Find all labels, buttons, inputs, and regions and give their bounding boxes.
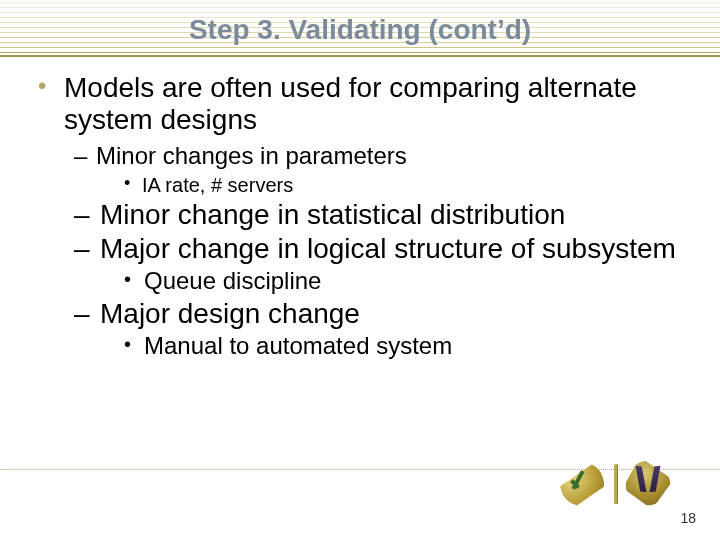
bullet-sub-b: Minor change in statistical distribution [74,199,684,231]
slide: Step 3. Validating (cont’d) Models are o… [0,0,720,540]
logo-v-icon [626,462,670,506]
slide-title: Step 3. Validating (cont’d) [0,14,720,46]
logo-group [560,460,670,508]
slide-body: Models are often used for comparing alte… [36,72,684,363]
bullet-main: Models are often used for comparing alte… [36,72,684,136]
bullet-sub-a-1: IA rate, # servers [124,173,684,197]
bullet-sub-c: Major change in logical structure of sub… [74,233,684,265]
bullet-sub-d-1: Manual to automated system [124,332,684,361]
page-number: 18 [680,510,696,526]
bullet-sub-a: Minor changes in parameters [74,142,684,170]
bullet-sub-c-1: Queue discipline [124,267,684,296]
bullet-sub-d: Major design change [74,298,684,330]
logo-check-icon [560,462,604,506]
logo-divider [610,462,620,506]
